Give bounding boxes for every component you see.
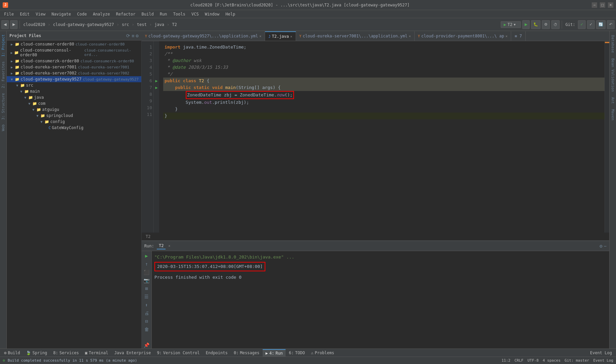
- project-sync-btn[interactable]: ⟳: [126, 33, 130, 38]
- sidebar-database[interactable]: Database: [610, 32, 616, 56]
- tree-item-zk80[interactable]: ▶ 📁 cloud-consumerzk-order80 cloud-consu…: [7, 58, 141, 64]
- run-play-btn[interactable]: ▶: [143, 252, 150, 259]
- status-event-log[interactable]: Event Log: [593, 358, 613, 363]
- breadcrumb-module[interactable]: cloud-gateway-gateway9527: [52, 22, 115, 28]
- tree-item-main[interactable]: ▼ 📁 main: [7, 88, 141, 94]
- menu-window[interactable]: Window: [202, 10, 222, 18]
- tab-java-enterprise[interactable]: Java Enterprise: [112, 349, 153, 357]
- project-gear-btn[interactable]: ⚙: [136, 33, 139, 38]
- minimize-button[interactable]: −: [592, 2, 597, 8]
- menu-code[interactable]: Code: [75, 10, 90, 18]
- run-pin-btn[interactable]: 📌: [143, 342, 150, 348]
- tree-item-config[interactable]: ▼ 📁 config: [7, 119, 141, 125]
- git-push-button[interactable]: ✓: [587, 20, 595, 29]
- git-revert-button[interactable]: ↶: [607, 20, 615, 29]
- tab-event-log[interactable]: Event Log: [587, 349, 615, 357]
- status-line-ending[interactable]: CRLF: [515, 358, 524, 363]
- tree-item-java[interactable]: ▼ 📁 java: [7, 94, 141, 100]
- menu-edit[interactable]: Edit: [17, 10, 32, 18]
- coverage-button[interactable]: ⚙: [542, 20, 550, 29]
- breadcrumb-cloud2020[interactable]: cloud2020: [22, 22, 47, 28]
- tab-terminal[interactable]: ▣ Terminal: [82, 349, 111, 357]
- menu-build[interactable]: Build: [139, 10, 156, 18]
- tab-more[interactable]: ≡ 7: [511, 31, 526, 41]
- close-button[interactable]: ×: [608, 2, 613, 8]
- tab-project[interactable]: 1: Project: [0, 32, 6, 59]
- sidebar-bean-validation[interactable]: Bean Validation: [610, 56, 616, 94]
- run-rerun-btn[interactable]: ↑: [143, 261, 150, 267]
- run-stop-btn[interactable]: ⬛: [143, 269, 150, 275]
- tree-item-eureka7001[interactable]: ▶ 📁 cloud-eureka-server7001 cloud-eureka…: [7, 64, 141, 70]
- run-import-btn[interactable]: ⬆: [143, 301, 150, 308]
- menu-run[interactable]: Run: [157, 10, 170, 18]
- tab-application-yml-eureka[interactable]: Y cloud-eureka-server7001\...\applicatio…: [296, 31, 415, 41]
- tab-todo[interactable]: 6: TODO: [286, 349, 307, 357]
- tab-favorites[interactable]: 2: Favorites: [0, 59, 6, 90]
- code-editor[interactable]: import java.time.ZonedDateTime; /** * @a…: [159, 41, 605, 233]
- breadcrumb-test[interactable]: test: [136, 22, 148, 28]
- tab-close-icon[interactable]: ×: [259, 34, 261, 38]
- tab-build[interactable]: ⚙ Build: [1, 349, 23, 357]
- menu-analyze[interactable]: Analyze: [90, 10, 113, 18]
- maximize-button[interactable]: □: [600, 2, 605, 8]
- menu-vcs[interactable]: VCS: [189, 10, 202, 18]
- tree-item-consul80[interactable]: ▶ 📁 cloud-consumerconsul-order80 cloud-c…: [7, 47, 141, 58]
- tree-item-consumer80[interactable]: ▶ 📁 cloud-consumer-order80 cloud-consume…: [7, 41, 141, 47]
- tab-web[interactable]: Web: [0, 122, 6, 133]
- sidebar-ant[interactable]: Ant: [610, 94, 616, 107]
- run-fold-btn[interactable]: ⊞: [143, 285, 150, 292]
- tab-t2-java[interactable]: J T2.java ×: [265, 31, 296, 41]
- tab-services[interactable]: 8: Services: [51, 349, 82, 357]
- run-layout-btn[interactable]: ⊟: [143, 318, 150, 325]
- tab-application-yml-gateway[interactable]: Y cloud-gateway-gateway9527\...\applicat…: [142, 31, 265, 41]
- tab-structure[interactable]: 3: Structure: [0, 91, 6, 122]
- run-list-btn[interactable]: ☰: [143, 293, 150, 300]
- tab-payment8001[interactable]: Y cloud-provider-payment8001\...\ ap ×: [415, 31, 511, 41]
- status-encoding[interactable]: UTF-8: [527, 358, 538, 363]
- tab-version-control[interactable]: 9: Version Control: [154, 349, 202, 357]
- status-position[interactable]: 11:2: [501, 358, 510, 363]
- project-settings-btn[interactable]: ≡: [131, 33, 134, 38]
- tab-messages[interactable]: 0: Messages: [231, 349, 262, 357]
- run-settings-btn[interactable]: ⚙: [599, 243, 602, 249]
- title-bar-controls[interactable]: − □ ×: [592, 2, 613, 8]
- breadcrumb-t2[interactable]: T2: [171, 22, 178, 28]
- run-button[interactable]: ▶: [522, 20, 530, 29]
- run-tab-t2[interactable]: T2: [157, 243, 166, 249]
- tab-spring[interactable]: 🍃 Spring: [23, 349, 50, 357]
- menu-view[interactable]: View: [33, 10, 48, 18]
- tree-item-com[interactable]: ▼ 📁 com: [7, 100, 141, 107]
- tree-item-src[interactable]: ▼ 📁 src: [7, 82, 141, 88]
- run-trash-btn[interactable]: 🗑: [143, 326, 150, 333]
- menu-tools[interactable]: Tools: [171, 10, 188, 18]
- tree-item-atguigu[interactable]: ▼ 📁 atguigu: [7, 107, 141, 113]
- status-indent[interactable]: 4 spaces: [543, 358, 561, 363]
- sidebar-maven[interactable]: Maven: [610, 107, 616, 123]
- git-update-button[interactable]: 🔄: [596, 20, 606, 29]
- breadcrumb-src[interactable]: src: [120, 22, 130, 28]
- run-minimize-btn[interactable]: −: [604, 243, 607, 249]
- menu-help[interactable]: Help: [223, 10, 238, 18]
- tree-item-gateway9527[interactable]: ▼ 📁 cloud-gateway-gateway9527 cloud-gate…: [7, 76, 141, 82]
- tab-run[interactable]: ▶ 4: Run: [263, 349, 285, 357]
- run-snapshot-btn[interactable]: 📷: [143, 277, 150, 284]
- tree-item-gatewayconfig[interactable]: ▶ C GateWayConfig: [7, 125, 141, 131]
- tab-close-icon[interactable]: ×: [290, 35, 292, 38]
- run-tab-close[interactable]: ×: [168, 244, 170, 248]
- back-button[interactable]: ◀: [1, 20, 9, 29]
- tree-item-eureka7002[interactable]: ▶ 📁 cloud-eureka-server7002 cloud-eureka…: [7, 70, 141, 76]
- tab-problems[interactable]: ⚠ Problems: [308, 349, 337, 357]
- git-check-button[interactable]: ✓: [578, 20, 586, 29]
- menu-file[interactable]: File: [1, 10, 17, 18]
- menu-refactor[interactable]: Refactor: [113, 10, 138, 18]
- tab-close-icon[interactable]: ×: [409, 34, 411, 38]
- status-git[interactable]: Git: master: [565, 358, 589, 363]
- forward-button[interactable]: ▶: [10, 20, 18, 29]
- run-print-btn[interactable]: 🖨: [143, 310, 150, 316]
- menu-navigate[interactable]: Navigate: [49, 10, 74, 18]
- tab-endpoints[interactable]: Endpoints: [203, 349, 230, 357]
- tree-item-springcloud[interactable]: ▼ 📁 springcloud: [7, 113, 141, 119]
- breadcrumb-java[interactable]: java: [153, 22, 166, 28]
- tab-close-icon[interactable]: ×: [505, 34, 507, 38]
- debug-button[interactable]: 🐛: [531, 20, 540, 29]
